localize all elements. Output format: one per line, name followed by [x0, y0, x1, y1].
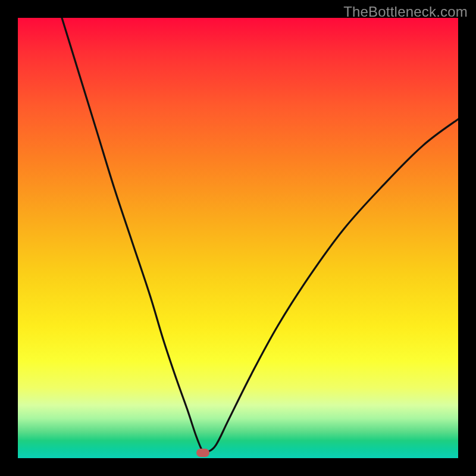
- minimum-marker: [196, 449, 209, 457]
- plot-area: [18, 18, 458, 458]
- chart-frame: TheBottleneck.com: [0, 0, 476, 476]
- watermark-text: TheBottleneck.com: [343, 4, 468, 20]
- bottleneck-curve: [62, 18, 458, 453]
- curve-svg: [18, 18, 458, 458]
